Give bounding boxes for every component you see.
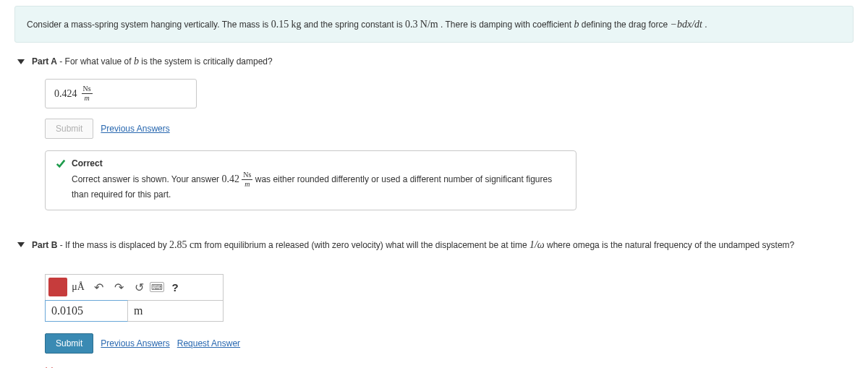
k-unit: N/m	[420, 19, 438, 30]
collapse-icon[interactable]	[17, 242, 25, 247]
part-a-question: is the system is critically damped?	[139, 56, 273, 67]
mass-value: 0.15	[271, 19, 289, 30]
mass-unit: kg	[292, 19, 302, 30]
submit-button[interactable]: Submit	[45, 333, 93, 354]
part-b-question: from equilibrium a released (with zero v…	[202, 240, 529, 250]
check-icon	[56, 158, 66, 168]
b-variable: b	[574, 19, 579, 30]
answer-input-group	[45, 300, 224, 322]
part-a-label: Part A	[32, 56, 57, 67]
keyboard-icon[interactable]: ⌨	[150, 282, 164, 292]
help-icon[interactable]: ?	[166, 278, 184, 296]
undo-icon[interactable]: ↶	[89, 278, 108, 296]
answer-value-input[interactable]	[45, 300, 128, 322]
intro-text: and the spring constant is	[304, 20, 405, 30]
correct-label: Correct	[72, 158, 103, 168]
collapse-icon[interactable]	[17, 59, 25, 64]
answer-value: 0.424	[54, 88, 77, 100]
intro-text: defining the drag force	[582, 20, 671, 30]
part-a-header: Part A - For what value of b is the syst…	[14, 56, 854, 67]
previous-answers-link[interactable]: Previous Answers	[101, 124, 169, 134]
feedback-value: 0.42	[221, 174, 239, 184]
part-b-title: Part B - If the mass is displaced by 2.8…	[32, 239, 794, 251]
part-a-answer-display: 0.424 Ns m	[45, 79, 197, 108]
time-expression: 1/ω	[529, 239, 545, 250]
correct-feedback: Correct Correct answer is shown. Your an…	[45, 150, 576, 210]
answer-unit: Ns m	[82, 85, 93, 102]
request-answer-link[interactable]: Request Answer	[177, 338, 240, 348]
redo-icon[interactable]: ↷	[109, 278, 128, 296]
k-value: 0.3	[405, 19, 418, 30]
templates-icon[interactable]	[48, 278, 67, 296]
part-b-question: If the mass is displaced by	[65, 240, 169, 250]
special-chars-icon[interactable]: μÅ	[69, 278, 88, 296]
part-b-question: where omega is the natural frequency of …	[545, 240, 795, 250]
part-b-label: Part B	[32, 240, 57, 250]
problem-intro: Consider a mass-spring system hanging ve…	[14, 6, 854, 43]
part-a-question: For what value of	[65, 56, 134, 67]
submit-button: Submit	[45, 119, 93, 139]
previous-answers-link[interactable]: Previous Answers	[101, 338, 169, 348]
feedback-text: Correct answer is shown. Your answer	[72, 174, 221, 184]
part-b-header: Part B - If the mass is displaced by 2.8…	[14, 239, 854, 251]
equation-toolbar: μÅ ↶ ↷ ↺ ⌨ ?	[45, 274, 224, 300]
intro-text: Consider a mass-spring system hanging ve…	[27, 20, 271, 30]
b-variable: b	[134, 56, 139, 67]
intro-text: . There is damping with coefficient	[441, 20, 574, 30]
part-a-title: Part A - For what value of b is the syst…	[32, 56, 273, 67]
feedback-unit: Ns m	[242, 171, 252, 188]
drag-expression: −bdx/dt	[670, 19, 702, 30]
reset-icon[interactable]: ↺	[129, 278, 148, 296]
answer-unit-input[interactable]	[128, 300, 224, 322]
intro-dot: .	[705, 20, 707, 30]
